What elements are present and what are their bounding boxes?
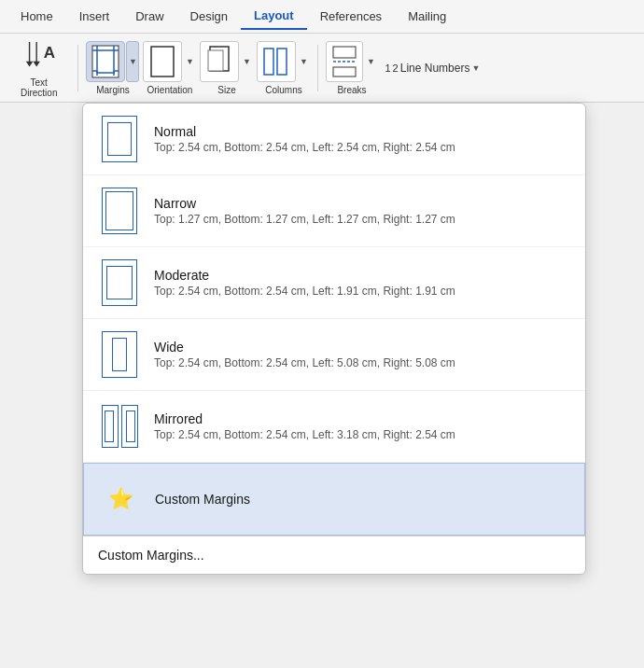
ribbon-content: A TextDirection [0,34,644,103]
svg-text:A: A [43,44,54,62]
line-numbers-num2: 2 [393,63,399,74]
svg-rect-18 [264,49,273,75]
margin-text-moderate: Moderate Top: 2.54 cm, Bottom: 2.54 cm, … [154,268,455,298]
divider-1 [77,45,78,91]
margin-option-custom[interactable]: ⭐ Custom Margins [83,463,585,536]
columns-label: Columns [265,85,301,95]
margin-text-wide: Wide Top: 2.54 cm, Bottom: 2.54 cm, Left… [154,340,455,369]
tab-layout[interactable]: Layout [241,3,307,30]
margin-icon-custom: ⭐ [99,473,142,525]
size-button[interactable] [200,41,239,82]
margin-icon-mirrored [98,400,141,452]
line-numbers-button[interactable]: 1 2 Line Numbers ▼ [381,60,483,77]
text-direction-group: A TextDirection [7,39,70,97]
margin-name-narrow: Narrow [154,196,455,211]
size-group: ▼ Size [200,41,253,95]
tab-references[interactable]: References [307,4,395,29]
orientation-dropdown-arrow[interactable]: ▼ [183,41,196,82]
margin-icon-normal [98,113,141,165]
page-preview-moderate [102,259,137,306]
divider-2 [317,45,318,91]
tab-mailings[interactable]: Mailing [395,4,459,29]
breaks-label: Breaks [337,85,366,95]
tab-design[interactable]: Design [177,4,241,29]
page-preview-mirrored [102,405,138,448]
line-numbers-label: Line Numbers [400,62,470,75]
tab-insert[interactable]: Insert [66,4,123,29]
margin-icon-moderate [98,257,141,309]
size-label: Size [217,85,235,95]
margin-desc-narrow: Top: 1.27 cm, Bottom: 1.27 cm, Left: 1.2… [154,213,455,226]
margin-option-moderate[interactable]: Moderate Top: 2.54 cm, Bottom: 2.54 cm, … [83,247,585,319]
svg-rect-17 [208,50,223,71]
page-preview-wide [102,331,137,378]
size-dropdown-arrow[interactable]: ▼ [240,41,253,82]
breaks-group: ▼ Breaks [326,41,377,95]
ribbon: Home Insert Draw Design Layout Reference… [0,0,644,103]
margin-option-normal[interactable]: Normal Top: 2.54 cm, Bottom: 2.54 cm, Le… [83,104,585,175]
margin-desc-wide: Top: 2.54 cm, Bottom: 2.54 cm, Left: 5.0… [154,356,455,369]
text-direction-icon: A [22,40,56,77]
svg-rect-22 [333,67,356,77]
mirror-left-page [102,405,119,448]
line-numbers-chevron: ▼ [471,63,480,73]
columns-button[interactable] [257,41,296,82]
margin-icon-wide [98,328,141,381]
breaks-dropdown-arrow[interactable]: ▼ [364,41,377,82]
orientation-button[interactable] [143,41,182,82]
margin-option-narrow[interactable]: Narrow Top: 1.27 cm, Bottom: 1.27 cm, Le… [83,175,585,247]
orientation-group: ▼ Orientation [143,41,196,95]
tab-bar: Home Insert Draw Design Layout Reference… [0,0,644,34]
margin-text-narrow: Narrow Top: 1.27 cm, Bottom: 1.27 cm, Le… [154,196,455,226]
margin-name-moderate: Moderate [154,268,455,283]
text-direction-button[interactable]: A TextDirection [13,41,64,97]
margins-group: ▼ Margins [86,41,139,95]
svg-rect-15 [151,47,174,77]
svg-marker-3 [33,62,40,67]
margin-option-mirrored[interactable]: Mirrored Top: 2.54 cm, Bottom: 2.54 cm, … [83,391,585,463]
svg-marker-1 [26,62,34,67]
margin-text-normal: Normal Top: 2.54 cm, Bottom: 2.54 cm, Le… [154,124,455,154]
margins-dropdown-arrow[interactable]: ▼ [126,41,139,82]
margin-text-custom: Custom Margins [155,492,250,507]
margin-desc-mirrored: Top: 2.54 cm, Bottom: 2.54 cm, Left: 3.1… [154,428,455,441]
star-icon: ⭐ [105,484,135,514]
margins-label: Margins [96,85,130,95]
line-numbers-num: 1 [385,63,390,74]
margin-text-mirrored: Mirrored Top: 2.54 cm, Bottom: 2.54 cm, … [154,411,455,441]
margins-dropdown-panel: Normal Top: 2.54 cm, Bottom: 2.54 cm, Le… [82,103,586,575]
margins-button[interactable] [86,41,125,82]
margin-icon-narrow [98,185,141,237]
page-preview-narrow [102,188,137,234]
svg-rect-19 [277,49,287,75]
page-preview-normal [102,116,137,162]
margin-option-wide[interactable]: Wide Top: 2.54 cm, Bottom: 2.54 cm, Left… [83,319,585,391]
margin-name-custom: Custom Margins [155,492,250,507]
line-numbers-group: 1 2 Line Numbers ▼ [381,60,483,77]
margin-name-mirrored: Mirrored [154,411,455,426]
margin-desc-normal: Top: 2.54 cm, Bottom: 2.54 cm, Left: 2.5… [154,141,455,154]
columns-group: ▼ Columns [257,41,310,95]
columns-dropdown-arrow[interactable]: ▼ [297,41,310,82]
margin-name-wide: Wide [154,340,455,355]
margin-desc-moderate: Top: 2.54 cm, Bottom: 2.54 cm, Left: 1.9… [154,285,455,298]
custom-margins-footer[interactable]: Custom Margins... [83,536,585,574]
mirror-right-page [121,405,138,448]
breaks-button[interactable] [326,41,363,82]
tab-home[interactable]: Home [7,4,66,29]
text-direction-label: TextDirection [21,77,57,98]
tab-draw[interactable]: Draw [122,4,176,29]
orientation-label: Orientation [147,85,193,95]
svg-rect-20 [333,47,356,58]
margin-name-normal: Normal [154,124,455,139]
